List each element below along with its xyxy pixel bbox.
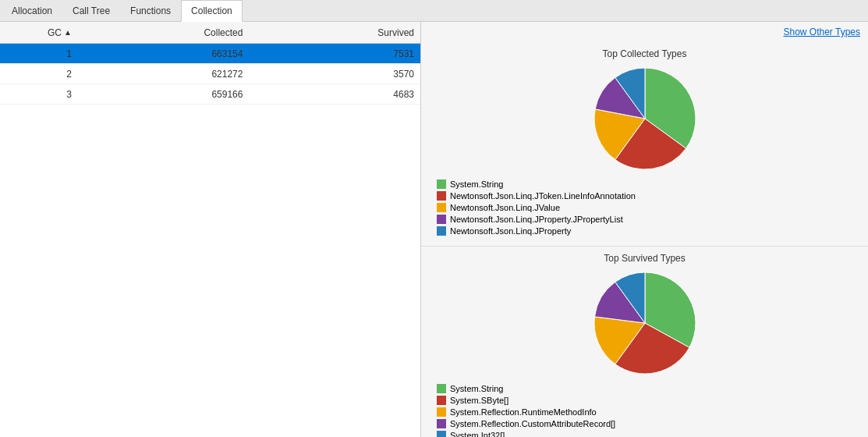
cell-gc-1: 1 [0, 48, 78, 59]
cell-collected-3: 659166 [78, 89, 250, 100]
top-collected-chart: System.StringNewtonsoft.Json.Linq.JToken… [429, 64, 860, 238]
legend-item: System.String [437, 179, 860, 189]
collected-pie-svg [590, 64, 700, 173]
show-other-types-bar: Show Other Types [421, 22, 868, 42]
table-row[interactable]: 3 659166 4683 [0, 84, 420, 105]
top-survived-pie [590, 268, 700, 378]
table-row[interactable]: 2 621272 3570 [0, 64, 420, 84]
legend-label: Newtonsoft.Json.Linq.JProperty [450, 226, 571, 236]
table-row[interactable]: 1 663154 7531 [0, 44, 420, 64]
legend-item: System.Reflection.CustomAttributeRecord[… [437, 419, 860, 428]
tab-collection[interactable]: Collection [181, 0, 243, 22]
survived-pie-svg [590, 268, 700, 378]
legend-label: System.Reflection.RuntimeMethodInfo [450, 407, 597, 417]
cell-gc-2: 2 [0, 69, 78, 80]
top-survived-section: Top Survived Types System.StringSystem.S… [421, 246, 868, 437]
cell-gc-3: 3 [0, 89, 78, 100]
legend-label: System.String [450, 384, 503, 393]
col-header-gc[interactable]: GC ▲ [0, 27, 78, 38]
tab-bar: Allocation Call Tree Functions Collectio… [0, 0, 868, 22]
top-survived-title: Top Survived Types [429, 250, 860, 268]
legend-label: System.String [450, 179, 503, 189]
legend-color [437, 203, 446, 212]
legend-color [437, 407, 446, 417]
legend-label: System.Reflection.CustomAttributeRecord[… [450, 419, 615, 428]
col-header-collected[interactable]: Collected [78, 27, 250, 38]
main-content: GC ▲ Collected Survived 1 663154 7531 2 … [0, 22, 868, 437]
legend-item: Newtonsoft.Json.Linq.JToken.LineInfoAnno… [437, 191, 860, 201]
cell-collected-1: 663154 [78, 48, 250, 59]
show-other-types-button[interactable]: Show Other Types [784, 27, 861, 37]
col-gc-label: GC [48, 27, 62, 38]
legend-item: Newtonsoft.Json.Linq.JProperty [437, 226, 860, 236]
legend-color [437, 179, 446, 189]
cell-survived-2: 3570 [249, 69, 420, 80]
legend-label: Newtonsoft.Json.Linq.JProperty.JProperty… [450, 215, 623, 224]
right-panel: Show Other Types Top Collected Types Sys… [421, 22, 868, 437]
legend-item: System.SByte[] [437, 396, 860, 405]
legend-color [437, 431, 446, 437]
top-collected-pie [590, 64, 700, 173]
legend-item: Newtonsoft.Json.Linq.JProperty.JProperty… [437, 215, 860, 224]
legend-color [437, 419, 446, 428]
col-header-survived[interactable]: Survived [249, 27, 420, 38]
top-survived-chart: System.StringSystem.SByte[]System.Reflec… [429, 268, 860, 437]
charts-area: Top Collected Types System.StringNewtons… [421, 42, 868, 437]
legend-label: Newtonsoft.Json.Linq.JToken.LineInfoAnno… [450, 191, 636, 201]
legend-label: System.Int32[] [450, 431, 505, 437]
legend-label: Newtonsoft.Json.Linq.JValue [450, 203, 560, 212]
legend-item: System.Reflection.RuntimeMethodInfo [437, 407, 860, 417]
tab-allocation[interactable]: Allocation [2, 0, 62, 22]
legend-item: System.Int32[] [437, 431, 860, 437]
survived-legend: System.StringSystem.SByte[]System.Reflec… [429, 384, 860, 437]
legend-color [437, 191, 446, 201]
legend-color [437, 226, 446, 236]
tab-functions[interactable]: Functions [120, 0, 181, 22]
top-collected-title: Top Collected Types [429, 45, 860, 64]
cell-collected-2: 621272 [78, 69, 250, 80]
legend-color [437, 215, 446, 224]
legend-label: System.SByte[] [450, 396, 508, 405]
tab-call-tree[interactable]: Call Tree [62, 0, 120, 22]
top-collected-section: Top Collected Types System.StringNewtons… [421, 42, 868, 246]
legend-item: System.String [437, 384, 860, 393]
legend-item: Newtonsoft.Json.Linq.JValue [437, 203, 860, 212]
legend-color [437, 396, 446, 405]
left-panel: GC ▲ Collected Survived 1 663154 7531 2 … [0, 22, 421, 437]
legend-color [437, 384, 446, 393]
cell-survived-3: 4683 [249, 89, 420, 100]
collected-legend: System.StringNewtonsoft.Json.Linq.JToken… [429, 179, 860, 238]
table-header: GC ▲ Collected Survived [0, 22, 420, 44]
cell-survived-1: 7531 [249, 48, 420, 59]
sort-arrow-icon: ▲ [64, 28, 72, 37]
